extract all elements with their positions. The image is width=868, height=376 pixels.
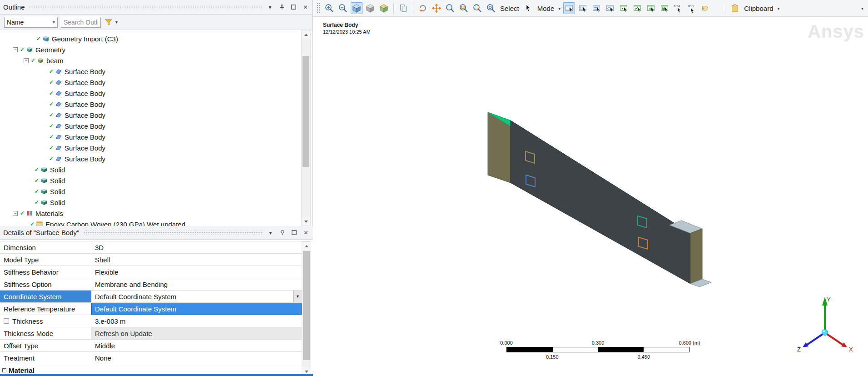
zoom-fit-icon[interactable] (471, 2, 483, 14)
clipboard-chevron-icon[interactable]: ▾ (777, 6, 779, 11)
tree-item-solid[interactable]: ✓Solid (0, 197, 312, 208)
tree-item-surface-body[interactable]: ✓Surface Body (0, 153, 312, 164)
body-filter-icon[interactable] (659, 2, 670, 14)
details-close-icon[interactable]: ✕ (302, 229, 310, 236)
collapse-icon[interactable]: − (24, 58, 29, 63)
details-pin-icon[interactable] (278, 229, 286, 236)
detail-value[interactable]: Flexible (91, 266, 302, 278)
triad-origin[interactable] (822, 330, 828, 336)
mode-chevron-icon[interactable]: ▾ (558, 6, 560, 11)
details-scrollbar[interactable] (302, 241, 311, 376)
detail-label[interactable]: Stiffness Option (0, 278, 91, 290)
details-menu-chevron-icon[interactable]: ▾ (267, 229, 274, 236)
thickness-checkbox[interactable] (4, 318, 9, 324)
outline-search-input[interactable] (61, 17, 101, 28)
scroll-down-button[interactable] (302, 217, 310, 226)
tree-item-beam[interactable]: − ✓ beam (0, 55, 312, 66)
outline-scrollbar[interactable] (301, 30, 311, 226)
detail-value[interactable]: None (91, 352, 302, 364)
mode-label[interactable]: Mode (537, 5, 555, 12)
tree-item-solid[interactable]: ✓Solid (0, 175, 312, 186)
xyz-select-icon[interactable]: X,Y,Z (672, 2, 684, 14)
outline-scrollbar-thumb[interactable] (303, 56, 309, 167)
detail-label[interactable]: Treatment (0, 352, 91, 364)
detail-value[interactable]: Membrane and Bending (91, 278, 302, 290)
coordinate-system-dropdown-option[interactable]: Default Coordinate System (91, 303, 302, 315)
toolbar-overflow-chevron-icon[interactable]: ▾ (861, 6, 863, 11)
outline-restore-icon[interactable] (290, 3, 298, 11)
select-label[interactable]: Select (500, 5, 519, 12)
lasso-select-icon[interactable] (604, 2, 616, 14)
graphics-viewport[interactable]: Surface Body 12/12/2023 10:25 AM Ansys (313, 17, 868, 376)
details-drag-area[interactable] (84, 231, 262, 235)
outline-close-icon[interactable]: ✕ (302, 3, 309, 11)
scroll-up-button[interactable] (302, 30, 310, 39)
zoom-tool-icon[interactable] (444, 2, 456, 14)
name-filter-dropdown[interactable]: Name ▾ (4, 17, 58, 28)
zoom-in-icon[interactable] (323, 2, 335, 14)
combo-chevron-icon[interactable]: ▼ (293, 291, 302, 302)
single-select-icon[interactable] (563, 2, 575, 14)
isometric-view-icon[interactable] (351, 2, 362, 14)
zoom-out-icon[interactable] (337, 2, 349, 14)
x-axis[interactable] (826, 333, 843, 345)
box-volume-select-icon[interactable] (590, 2, 602, 14)
tree-item-surface-body[interactable]: ✓Surface Body (0, 66, 312, 77)
vertex-filter-icon[interactable] (618, 2, 630, 14)
outline-drag-area[interactable] (30, 5, 262, 9)
tree-item-material[interactable]: ✓ Epoxy Carbon Woven (230 GPa) Wet updat… (0, 219, 312, 226)
clipboard-label[interactable]: Clipboard (744, 5, 773, 12)
collapse-icon[interactable]: − (13, 211, 18, 216)
outline-menu-chevron-icon[interactable]: ▾ (266, 3, 274, 11)
tree-item-materials[interactable]: − ✓ Materials (0, 208, 312, 219)
detail-label[interactable]: Dimension (0, 241, 91, 253)
box-zoom-icon[interactable] (458, 2, 470, 14)
tree-item-surface-body[interactable]: ✓Surface Body (0, 131, 312, 142)
detail-label[interactable]: Stiffness Behavior (0, 266, 91, 278)
category-collapse-icon[interactable]: − (2, 368, 6, 372)
tree-item-geometry[interactable]: − ✓ Geometry (0, 44, 312, 55)
tree-item-surface-body[interactable]: ✓Surface Body (0, 120, 312, 131)
detail-value[interactable]: Shell (91, 254, 302, 266)
detail-label[interactable]: Thickness (0, 315, 91, 327)
multi-view-icon[interactable] (378, 2, 390, 14)
check-icon: ✓ (35, 166, 39, 173)
tree-item-surface-body[interactable]: ✓Surface Body (0, 77, 312, 88)
scroll-up-button[interactable] (302, 242, 311, 250)
tree-item-surface-body[interactable]: ✓Surface Body (0, 110, 312, 120)
tree-item-surface-body[interactable]: ✓Surface Body (0, 88, 312, 99)
tree-item-geometry-import[interactable]: ✓ Geometry Import (C3) (0, 33, 312, 44)
toolbar-grip[interactable] (317, 3, 320, 14)
tag-select-icon[interactable] (699, 2, 711, 14)
coordinate-system-combo[interactable]: Default Coordinate System ▼ (91, 291, 302, 302)
detail-label[interactable]: Offset Type (0, 340, 91, 351)
detail-value[interactable]: 3D (91, 241, 302, 253)
outline-pin-icon[interactable] (278, 3, 286, 11)
tree-item-surface-body[interactable]: ✓Surface Body (0, 99, 312, 110)
orientation-triad[interactable]: Y X Z (786, 287, 863, 364)
detail-value[interactable]: Middle (91, 340, 302, 351)
detail-label[interactable]: Reference Temperature (0, 303, 91, 315)
surface-body-icon (55, 111, 62, 119)
tree-item-solid[interactable]: ✓Solid (0, 186, 312, 197)
tree-item-solid[interactable]: ✓Solid (0, 164, 312, 175)
detail-value[interactable]: 3.e-003 m (91, 315, 302, 327)
details-restore-icon[interactable] (290, 229, 298, 236)
collapse-icon[interactable]: − (13, 47, 18, 52)
id-select-icon[interactable]: ID? (686, 2, 698, 14)
details-scrollbar-thumb[interactable] (303, 251, 310, 360)
shaded-view-icon[interactable] (364, 2, 376, 14)
zoom-all-icon[interactable] (485, 2, 497, 14)
detail-label-selected[interactable]: Coordinate System (0, 291, 91, 302)
edge-filter-icon[interactable] (631, 2, 643, 14)
detail-label[interactable]: Thickness Mode (0, 327, 91, 339)
detail-label[interactable]: Model Type (0, 254, 91, 266)
copy-image-icon[interactable] (397, 2, 409, 14)
tree-item-surface-body[interactable]: ✓Surface Body (0, 142, 312, 153)
box-select-icon[interactable] (577, 2, 589, 14)
face-filter-icon[interactable] (645, 2, 657, 14)
pan-icon[interactable] (431, 2, 442, 14)
filter-options-button[interactable]: ▾ (104, 18, 119, 27)
z-axis[interactable] (807, 333, 824, 345)
rotate-view-icon[interactable] (417, 2, 429, 14)
